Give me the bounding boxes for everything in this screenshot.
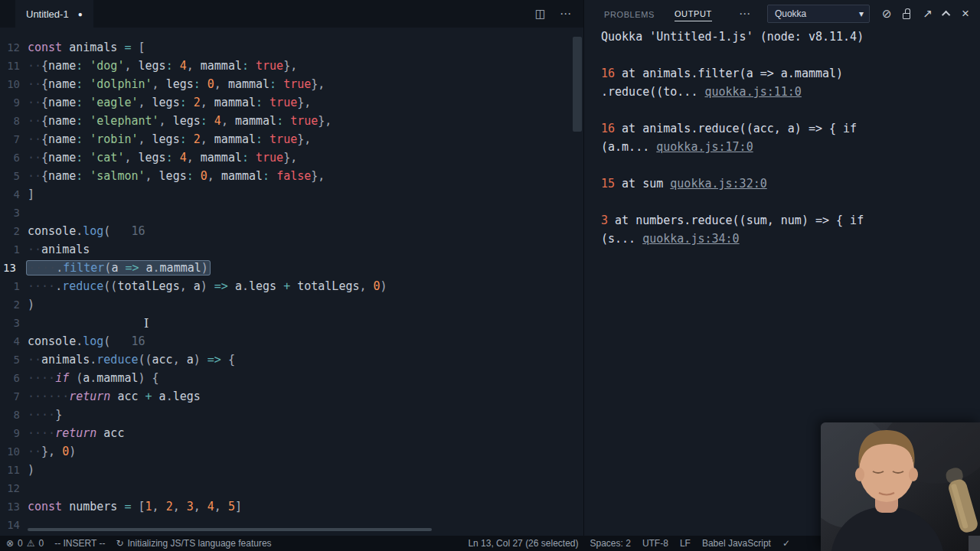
editor-horizontal-scrollbar[interactable] [28,528,432,531]
code-token: { [41,151,48,165]
code-line[interactable]: 13····.filter(a => a.mammal) [0,259,583,277]
code-token: animals [41,353,90,367]
code-token [207,114,214,128]
code-token: , [214,77,228,91]
editor-vertical-scrollbar[interactable] [573,37,582,132]
code-token: const [28,500,62,514]
code-token: true [290,114,318,128]
split-editor-icon[interactable]: ◫ [535,7,546,21]
code-line[interactable]: 3 [0,204,583,222]
code-line[interactable]: 4console.log( 16 [0,332,583,350]
code-line[interactable]: 4] [0,185,583,204]
language-mode[interactable]: Babel JavaScript [702,538,771,549]
code-editor[interactable]: 12const animals = [11··{name: 'dog', leg… [0,28,583,536]
code-line[interactable]: 11··{name: 'dog', legs: 4, mammal: true}… [0,57,583,75]
code-token: legs [139,59,166,73]
status-text: 0 [18,538,23,549]
code-token: true [283,77,311,91]
code-line[interactable]: 12const animals = [ [0,38,583,57]
code-token [187,96,194,109]
output-value: 15 [601,177,615,191]
tab-output[interactable]: OUTPUT [675,6,712,21]
code-token: a [83,371,90,385]
more-actions-icon[interactable]: ⋯ [560,7,571,21]
line-content: ) [28,461,34,479]
code-line[interactable]: 7··{name: 'robin', legs: 2, mammal: true… [0,130,583,148]
code-token: 2 [166,500,173,514]
code-line[interactable]: 9··{name: 'eagle', legs: 2, mammal: true… [0,93,583,112]
code-token [83,132,90,146]
code-token: : [242,151,249,165]
code-line[interactable]: 5··animals.reduce((acc, a) => { [0,350,583,369]
code-token: a [187,353,194,367]
code-token: . [55,279,62,293]
panel-more-actions-icon[interactable]: ⋯ [739,7,750,21]
encoding-status[interactable]: UTF-8 [642,538,668,549]
source-location-link[interactable]: quokka.js:34:0 [642,232,739,246]
quokka-check-status[interactable]: ✓ [782,538,790,549]
open-log-file-icon[interactable]: ↗ [923,7,933,21]
code-token: 4 [214,114,221,128]
code-token: => [118,261,145,275]
code-token: ···· [28,426,55,440]
code-line[interactable]: 10··}, 0) [0,442,583,461]
code-line[interactable]: 3 [0,314,583,332]
code-token: . [76,334,83,348]
code-token: 'elephant' [90,114,158,128]
language-features-status[interactable]: ↻Initializing JS/TS language features [116,538,271,549]
indentation-status[interactable]: Spaces: 2 [590,538,631,549]
problems-status[interactable]: ⊗0⚠0 [6,538,44,549]
code-line[interactable]: 14 [0,516,583,534]
code-token: }, [318,114,332,128]
code-line[interactable]: 6··{name: 'cat', legs: 4, mammal: true}, [0,148,583,167]
code-token: legs [159,169,187,183]
tab-untitled-1[interactable]: Untitled-1 ● [15,0,93,28]
code-line[interactable]: 9····return acc [0,424,583,442]
code-token: : [76,169,83,183]
code-line[interactable]: 12 [0,479,583,497]
close-panel-icon[interactable]: × [962,6,969,21]
clear-output-icon[interactable]: ⊘ [882,7,892,21]
vim-mode-indicator[interactable]: -- INSERT -- [54,538,105,549]
selection-highlight: ····.filter(a => a.mammal) [26,260,211,276]
line-number: 10 [0,442,28,461]
source-location-link[interactable]: quokka.js:17:0 [656,140,753,154]
code-line[interactable]: 7······return acc + a.legs [0,387,583,406]
tab-problems[interactable]: PROBLEMS [604,7,655,21]
output-channel-dropdown[interactable]: Quokka ▾ [767,5,870,23]
code-token: legs [173,114,201,128]
code-line[interactable]: 8··{name: 'elephant', legs: 4, mammal: t… [0,112,583,130]
quokka-inline-value: 16 [110,224,145,238]
status-text: 0 [39,538,44,549]
code-token [276,77,283,91]
cursor-position[interactable]: Ln 13, Col 27 (26 selected) [468,538,578,549]
auto-scroll-lock-icon[interactable] [903,8,911,19]
line-number: 11 [0,461,28,479]
code-line[interactable]: 13const numbers = [1, 2, 3, 4, 5] [0,497,583,516]
code-line[interactable]: 5··{name: 'salmon', legs: 0, mammal: fal… [0,167,583,185]
code-token: => [201,353,228,367]
code-token: 2 [194,96,201,109]
code-line[interactable]: 1··animals [0,240,583,259]
code-token: mammal [160,261,201,275]
code-token: filter [63,261,104,275]
code-token: => [207,279,235,293]
code-line[interactable]: 10··{name: 'dolphin', legs: 0, mammal: t… [0,75,583,93]
code-line[interactable]: 11) [0,461,583,479]
code-token [249,59,256,73]
code-token: , [180,279,194,293]
code-line[interactable]: 8····} [0,406,583,424]
code-token: , [139,96,152,109]
code-line[interactable]: 1····.reduce((totalLegs, a) => a.legs + … [0,277,583,295]
code-token: : [270,77,276,91]
eol-status[interactable]: LF [680,538,691,549]
code-line[interactable]: 6····if (a.mammal) { [0,369,583,387]
maximize-panel-icon[interactable] [942,11,950,19]
code-token: name [48,132,76,146]
code-line[interactable]: 2console.log( 16 [0,222,583,240]
code-line[interactable]: 2) [0,295,583,314]
line-number: 1 [0,277,28,295]
source-location-link[interactable]: quokka.js:11:0 [704,85,801,99]
source-location-link[interactable]: quokka.js:32:0 [670,177,766,191]
code-token: true [270,96,297,109]
